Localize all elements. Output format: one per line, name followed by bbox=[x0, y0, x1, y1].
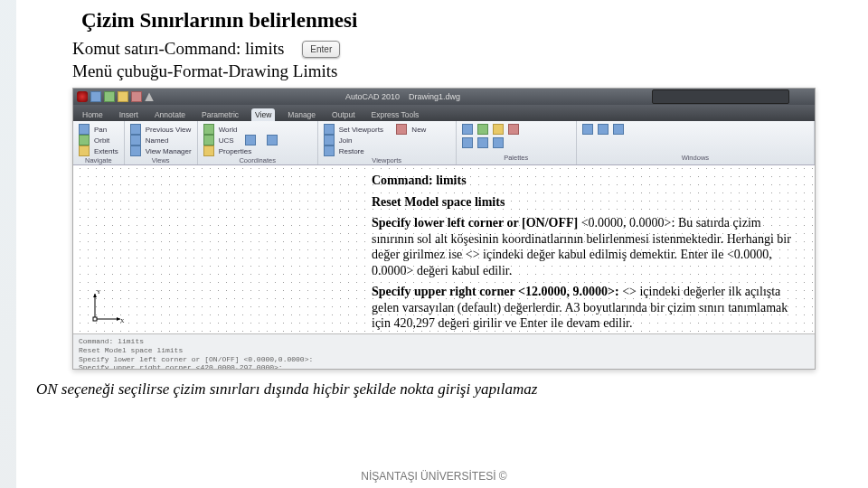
tab-view[interactable]: View bbox=[251, 108, 275, 121]
rg-pal-label: Palettes bbox=[462, 154, 571, 162]
titlebar-text: AutoCAD 2010 Drawing1.dwg bbox=[154, 92, 652, 101]
r-props[interactable]: Properties bbox=[219, 147, 251, 155]
enter-key-icon: Enter bbox=[302, 41, 340, 58]
pal6-icon[interactable] bbox=[477, 137, 488, 148]
doc-name: Drawing1.dwg bbox=[409, 92, 460, 101]
ucs-icon[interactable] bbox=[203, 135, 214, 145]
r-vm[interactable]: View Manager bbox=[146, 147, 192, 155]
pal1-icon[interactable] bbox=[462, 124, 473, 135]
r-orbit[interactable]: Orbit bbox=[94, 136, 109, 145]
new-icon[interactable] bbox=[90, 91, 101, 102]
cmd-l1: Command: limits bbox=[79, 337, 809, 346]
qat bbox=[73, 91, 154, 102]
subtitle-row-2: Menü çubuğu-Format-Drawing Limits bbox=[72, 61, 832, 83]
cmd-l4: Specify upper right corner <420.0000,297… bbox=[79, 363, 809, 370]
save-icon[interactable] bbox=[118, 91, 128, 102]
ucs3-icon[interactable] bbox=[267, 135, 278, 145]
undo-icon[interactable] bbox=[131, 91, 142, 102]
setvp-icon[interactable] bbox=[324, 124, 335, 135]
extents-icon[interactable] bbox=[79, 145, 90, 156]
ribbon: Pan Orbit Extents Navigate Previous View… bbox=[73, 121, 815, 165]
slide-body: Çizim Sınırlarının belirlenmesi Komut sa… bbox=[0, 0, 868, 399]
r-prev[interactable]: Previous View bbox=[146, 126, 192, 134]
pal7-icon[interactable] bbox=[493, 137, 504, 148]
open-icon[interactable] bbox=[104, 91, 115, 102]
qat-more-icon[interactable] bbox=[145, 92, 154, 101]
r-extents[interactable]: Extents bbox=[94, 147, 118, 155]
pan-icon[interactable] bbox=[79, 124, 90, 135]
search-input[interactable] bbox=[652, 89, 789, 104]
r-join[interactable]: Join bbox=[339, 136, 353, 145]
restore-icon[interactable] bbox=[324, 145, 335, 156]
footnote: ON seçeneği seçilirse çizim sınırları dı… bbox=[36, 380, 832, 399]
svg-text:Y: Y bbox=[97, 289, 101, 295]
pal4-icon[interactable] bbox=[508, 124, 519, 135]
r-ucs[interactable]: UCS bbox=[219, 136, 234, 145]
subtitle-1: Komut satırı-Command: limits bbox=[72, 38, 284, 61]
ov-ll-a: Specify lower left corner or [ON/OFF] bbox=[372, 216, 581, 230]
ribbon-tabs: Home Insert Annotate Parametric View Man… bbox=[73, 105, 815, 121]
win1-icon[interactable] bbox=[582, 124, 593, 135]
ribbon-group-navigate: Pan Orbit Extents Navigate bbox=[73, 121, 125, 164]
titlebar-right bbox=[652, 89, 815, 104]
tab-parametric[interactable]: Parametric bbox=[198, 108, 242, 121]
cmd-l3: Specify lower left corner or [ON/OFF] <0… bbox=[79, 355, 809, 364]
tab-home[interactable]: Home bbox=[79, 108, 107, 121]
r-new[interactable]: New bbox=[411, 126, 426, 134]
drawing-canvas[interactable]: Y X Command: limits Reset Model space li… bbox=[73, 165, 815, 333]
rg-views-label: Views bbox=[130, 156, 192, 164]
world-icon[interactable] bbox=[203, 124, 214, 135]
prevview-icon[interactable] bbox=[130, 124, 141, 135]
tab-insert[interactable]: Insert bbox=[116, 108, 142, 121]
pal5-icon[interactable] bbox=[462, 137, 473, 148]
ov-ur-a: Specify upper right corner <12.0000, 9.0… bbox=[372, 285, 622, 298]
newvp-icon[interactable] bbox=[396, 124, 407, 135]
ov-cmd-lbl: Command: bbox=[372, 174, 436, 187]
ov-ll-b: <0.0000, 0.0000>: bbox=[581, 216, 678, 230]
ov-cmd-val: limits bbox=[436, 174, 466, 187]
subtitle-2: Menü çubuğu-Format-Drawing Limits bbox=[72, 61, 337, 83]
ribbon-group-coords: World UCS Properties Coordinates bbox=[198, 121, 318, 164]
rg-nav-label: Navigate bbox=[79, 156, 118, 164]
footer: NİŞANTAŞI ÜNİVERSİTESİ © bbox=[0, 470, 868, 483]
side-accent bbox=[0, 0, 16, 488]
tab-manage[interactable]: Manage bbox=[284, 108, 319, 121]
pal3-icon[interactable] bbox=[493, 124, 504, 135]
product-name: AutoCAD 2010 bbox=[345, 92, 400, 101]
props-icon[interactable] bbox=[203, 145, 214, 156]
rg-vp-label: Viewports bbox=[324, 156, 450, 164]
ov-reset: Reset Model space limits bbox=[372, 194, 806, 211]
ribbon-group-views: Previous View Named View Manager Views bbox=[125, 121, 198, 164]
viewmgr-icon[interactable] bbox=[130, 145, 141, 156]
explanation-overlay: Command: limits Reset Model space limits… bbox=[372, 173, 806, 333]
ribbon-group-viewports: Set Viewports New Join Restore Viewports bbox=[318, 121, 457, 164]
page-title: Çizim Sınırlarının belirlenmesi bbox=[81, 9, 832, 33]
join-icon[interactable] bbox=[324, 135, 335, 145]
ribbon-group-windows: Windows bbox=[577, 121, 815, 164]
ucs-axis-icon: Y X bbox=[90, 288, 126, 324]
tab-annotate[interactable]: Annotate bbox=[151, 108, 189, 121]
ribbon-group-palettes: Palettes bbox=[457, 121, 577, 164]
app-menu-icon[interactable] bbox=[77, 91, 88, 102]
r-world[interactable]: World bbox=[219, 126, 238, 134]
svg-text:X: X bbox=[120, 318, 125, 324]
r-restore[interactable]: Restore bbox=[339, 147, 364, 155]
subtitle-row-1: Komut satırı-Command: limits Enter bbox=[72, 38, 832, 61]
svg-rect-4 bbox=[93, 317, 97, 321]
tab-express[interactable]: Express Tools bbox=[368, 108, 423, 121]
named-icon[interactable] bbox=[130, 135, 141, 145]
orbit-icon[interactable] bbox=[79, 135, 90, 145]
r-named[interactable]: Named bbox=[146, 136, 169, 145]
r-setvp[interactable]: Set Viewports bbox=[339, 126, 383, 134]
ucs2-icon[interactable] bbox=[245, 135, 256, 145]
tab-output[interactable]: Output bbox=[328, 108, 359, 121]
rg-coord-label: Coordinates bbox=[203, 156, 312, 164]
autocad-titlebar: AutoCAD 2010 Drawing1.dwg bbox=[73, 89, 815, 105]
win2-icon[interactable] bbox=[598, 124, 609, 135]
rg-win-label: Windows bbox=[582, 154, 808, 162]
pal2-icon[interactable] bbox=[477, 124, 488, 135]
r-pan[interactable]: Pan bbox=[94, 126, 107, 134]
command-line[interactable]: Command: limits Reset Model space limits… bbox=[73, 333, 815, 370]
win3-icon[interactable] bbox=[613, 124, 624, 135]
cmd-l2: Reset Model space limits bbox=[79, 346, 809, 355]
